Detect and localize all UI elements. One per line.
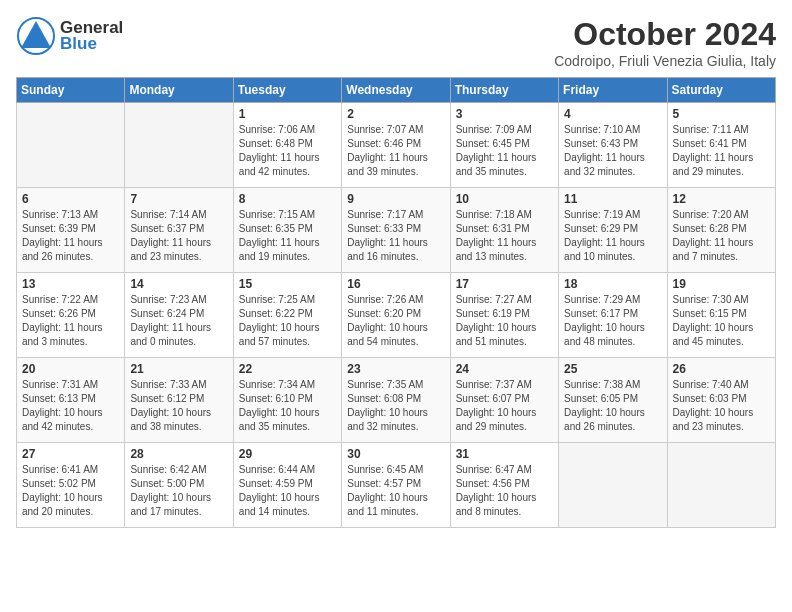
day-info: Sunrise: 7:20 AM Sunset: 6:28 PM Dayligh… — [673, 208, 770, 264]
day-number: 30 — [347, 447, 444, 461]
calendar-table: SundayMondayTuesdayWednesdayThursdayFrid… — [16, 77, 776, 528]
day-number: 1 — [239, 107, 336, 121]
day-number: 22 — [239, 362, 336, 376]
calendar-cell — [125, 103, 233, 188]
day-number: 12 — [673, 192, 770, 206]
day-info: Sunrise: 7:06 AM Sunset: 6:48 PM Dayligh… — [239, 123, 336, 179]
day-number: 10 — [456, 192, 553, 206]
calendar-header-row: SundayMondayTuesdayWednesdayThursdayFrid… — [17, 78, 776, 103]
calendar-cell: 9Sunrise: 7:17 AM Sunset: 6:33 PM Daylig… — [342, 188, 450, 273]
calendar-cell: 17Sunrise: 7:27 AM Sunset: 6:19 PM Dayli… — [450, 273, 558, 358]
day-number: 25 — [564, 362, 661, 376]
day-info: Sunrise: 7:13 AM Sunset: 6:39 PM Dayligh… — [22, 208, 119, 264]
column-header-saturday: Saturday — [667, 78, 775, 103]
calendar-cell: 5Sunrise: 7:11 AM Sunset: 6:41 PM Daylig… — [667, 103, 775, 188]
calendar-cell: 2Sunrise: 7:07 AM Sunset: 6:46 PM Daylig… — [342, 103, 450, 188]
month-title: October 2024 — [554, 16, 776, 53]
day-number: 4 — [564, 107, 661, 121]
day-number: 14 — [130, 277, 227, 291]
day-info: Sunrise: 7:26 AM Sunset: 6:20 PM Dayligh… — [347, 293, 444, 349]
day-number: 18 — [564, 277, 661, 291]
day-number: 9 — [347, 192, 444, 206]
calendar-cell: 25Sunrise: 7:38 AM Sunset: 6:05 PM Dayli… — [559, 358, 667, 443]
day-number: 13 — [22, 277, 119, 291]
day-info: Sunrise: 7:18 AM Sunset: 6:31 PM Dayligh… — [456, 208, 553, 264]
day-info: Sunrise: 7:34 AM Sunset: 6:10 PM Dayligh… — [239, 378, 336, 434]
calendar-cell: 24Sunrise: 7:37 AM Sunset: 6:07 PM Dayli… — [450, 358, 558, 443]
day-info: Sunrise: 7:30 AM Sunset: 6:15 PM Dayligh… — [673, 293, 770, 349]
calendar-week-2: 6Sunrise: 7:13 AM Sunset: 6:39 PM Daylig… — [17, 188, 776, 273]
day-info: Sunrise: 6:42 AM Sunset: 5:00 PM Dayligh… — [130, 463, 227, 519]
calendar-cell: 16Sunrise: 7:26 AM Sunset: 6:20 PM Dayli… — [342, 273, 450, 358]
calendar-cell: 20Sunrise: 7:31 AM Sunset: 6:13 PM Dayli… — [17, 358, 125, 443]
column-header-tuesday: Tuesday — [233, 78, 341, 103]
location-title: Codroipo, Friuli Venezia Giulia, Italy — [554, 53, 776, 69]
day-info: Sunrise: 7:07 AM Sunset: 6:46 PM Dayligh… — [347, 123, 444, 179]
calendar-cell: 4Sunrise: 7:10 AM Sunset: 6:43 PM Daylig… — [559, 103, 667, 188]
day-number: 24 — [456, 362, 553, 376]
calendar-cell: 8Sunrise: 7:15 AM Sunset: 6:35 PM Daylig… — [233, 188, 341, 273]
calendar-cell: 18Sunrise: 7:29 AM Sunset: 6:17 PM Dayli… — [559, 273, 667, 358]
column-header-wednesday: Wednesday — [342, 78, 450, 103]
svg-marker-1 — [21, 21, 51, 48]
logo: General Blue — [16, 16, 123, 56]
day-number: 29 — [239, 447, 336, 461]
day-info: Sunrise: 7:17 AM Sunset: 6:33 PM Dayligh… — [347, 208, 444, 264]
calendar-cell: 13Sunrise: 7:22 AM Sunset: 6:26 PM Dayli… — [17, 273, 125, 358]
day-info: Sunrise: 6:45 AM Sunset: 4:57 PM Dayligh… — [347, 463, 444, 519]
calendar-cell: 23Sunrise: 7:35 AM Sunset: 6:08 PM Dayli… — [342, 358, 450, 443]
day-number: 23 — [347, 362, 444, 376]
day-number: 3 — [456, 107, 553, 121]
day-number: 26 — [673, 362, 770, 376]
day-info: Sunrise: 7:33 AM Sunset: 6:12 PM Dayligh… — [130, 378, 227, 434]
column-header-thursday: Thursday — [450, 78, 558, 103]
calendar-week-3: 13Sunrise: 7:22 AM Sunset: 6:26 PM Dayli… — [17, 273, 776, 358]
day-info: Sunrise: 6:44 AM Sunset: 4:59 PM Dayligh… — [239, 463, 336, 519]
day-info: Sunrise: 6:47 AM Sunset: 4:56 PM Dayligh… — [456, 463, 553, 519]
day-info: Sunrise: 7:37 AM Sunset: 6:07 PM Dayligh… — [456, 378, 553, 434]
calendar-cell: 7Sunrise: 7:14 AM Sunset: 6:37 PM Daylig… — [125, 188, 233, 273]
day-info: Sunrise: 7:10 AM Sunset: 6:43 PM Dayligh… — [564, 123, 661, 179]
calendar-cell — [559, 443, 667, 528]
day-number: 11 — [564, 192, 661, 206]
logo-text: General Blue — [60, 18, 123, 54]
day-number: 8 — [239, 192, 336, 206]
day-number: 21 — [130, 362, 227, 376]
calendar-cell: 15Sunrise: 7:25 AM Sunset: 6:22 PM Dayli… — [233, 273, 341, 358]
column-header-monday: Monday — [125, 78, 233, 103]
day-number: 17 — [456, 277, 553, 291]
calendar-cell — [667, 443, 775, 528]
calendar-cell: 3Sunrise: 7:09 AM Sunset: 6:45 PM Daylig… — [450, 103, 558, 188]
column-header-sunday: Sunday — [17, 78, 125, 103]
day-info: Sunrise: 7:23 AM Sunset: 6:24 PM Dayligh… — [130, 293, 227, 349]
calendar-week-5: 27Sunrise: 6:41 AM Sunset: 5:02 PM Dayli… — [17, 443, 776, 528]
calendar-cell: 28Sunrise: 6:42 AM Sunset: 5:00 PM Dayli… — [125, 443, 233, 528]
day-number: 31 — [456, 447, 553, 461]
calendar-week-1: 1Sunrise: 7:06 AM Sunset: 6:48 PM Daylig… — [17, 103, 776, 188]
day-info: Sunrise: 6:41 AM Sunset: 5:02 PM Dayligh… — [22, 463, 119, 519]
day-number: 16 — [347, 277, 444, 291]
day-info: Sunrise: 7:38 AM Sunset: 6:05 PM Dayligh… — [564, 378, 661, 434]
calendar-cell: 10Sunrise: 7:18 AM Sunset: 6:31 PM Dayli… — [450, 188, 558, 273]
day-number: 15 — [239, 277, 336, 291]
day-number: 27 — [22, 447, 119, 461]
day-info: Sunrise: 7:14 AM Sunset: 6:37 PM Dayligh… — [130, 208, 227, 264]
calendar-cell: 12Sunrise: 7:20 AM Sunset: 6:28 PM Dayli… — [667, 188, 775, 273]
day-info: Sunrise: 7:27 AM Sunset: 6:19 PM Dayligh… — [456, 293, 553, 349]
title-block: October 2024 Codroipo, Friuli Venezia Gi… — [554, 16, 776, 69]
day-number: 19 — [673, 277, 770, 291]
logo-icon — [16, 16, 56, 56]
calendar-cell: 31Sunrise: 6:47 AM Sunset: 4:56 PM Dayli… — [450, 443, 558, 528]
calendar-cell: 29Sunrise: 6:44 AM Sunset: 4:59 PM Dayli… — [233, 443, 341, 528]
day-number: 20 — [22, 362, 119, 376]
calendar-week-4: 20Sunrise: 7:31 AM Sunset: 6:13 PM Dayli… — [17, 358, 776, 443]
day-number: 5 — [673, 107, 770, 121]
calendar-cell: 27Sunrise: 6:41 AM Sunset: 5:02 PM Dayli… — [17, 443, 125, 528]
calendar-cell — [17, 103, 125, 188]
day-info: Sunrise: 7:15 AM Sunset: 6:35 PM Dayligh… — [239, 208, 336, 264]
calendar-cell: 30Sunrise: 6:45 AM Sunset: 4:57 PM Dayli… — [342, 443, 450, 528]
column-header-friday: Friday — [559, 78, 667, 103]
page-header: General Blue October 2024 Codroipo, Friu… — [16, 16, 776, 69]
calendar-cell: 6Sunrise: 7:13 AM Sunset: 6:39 PM Daylig… — [17, 188, 125, 273]
day-number: 28 — [130, 447, 227, 461]
